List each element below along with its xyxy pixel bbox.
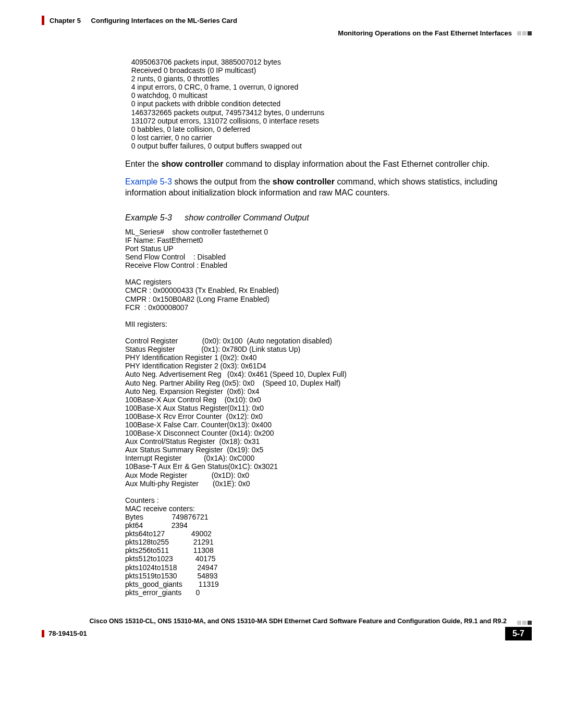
command-name: show controller xyxy=(273,177,335,186)
footer-squares-icon xyxy=(517,621,532,625)
paragraph-2: Example 5-3 shows the output from the sh… xyxy=(125,176,532,199)
chapter-title: Configuring Interfaces on the ML-Series … xyxy=(91,17,237,24)
header-squares-icon xyxy=(517,31,532,35)
footer-bottom: 78-19415-01 5-7 xyxy=(42,627,532,640)
page-footer: Cisco ONS 15310-CL, ONS 15310-MA, and ON… xyxy=(42,618,532,625)
page-header: Chapter 5 Configuring Interfaces on the … xyxy=(42,16,532,25)
header-left: Chapter 5 Configuring Interfaces on the … xyxy=(42,16,237,25)
text: command to display information about the… xyxy=(224,159,489,168)
header-right: Monitoring Operations on the Fast Ethern… xyxy=(42,29,532,37)
code-output-2: ML_Series# show controller fastethernet … xyxy=(125,228,532,597)
document-number: 78-19415-01 xyxy=(48,630,87,637)
example-link[interactable]: Example 5-3 xyxy=(125,177,172,186)
text: shows the output from the xyxy=(172,177,273,186)
example-title: show controller Command Output xyxy=(185,213,309,222)
text: Enter the xyxy=(125,159,161,168)
book-title: Cisco ONS 15310-CL, ONS 15310-MA, and ON… xyxy=(42,618,513,625)
section-title: Monitoring Operations on the Fast Ethern… xyxy=(338,29,512,37)
code-output-1: 4095063706 packets input, 3885007012 byt… xyxy=(125,58,532,150)
chapter-number: Chapter 5 xyxy=(50,17,81,24)
header-red-bar-icon xyxy=(42,16,44,25)
example-number: Example 5-3 xyxy=(125,213,172,222)
paragraph-1: Enter the show controller command to dis… xyxy=(125,158,532,170)
example-caption: Example 5-3 show controller Command Outp… xyxy=(125,213,532,223)
command-name: show controller xyxy=(161,159,223,168)
footer-red-bar-icon xyxy=(42,630,44,637)
page-number: 5-7 xyxy=(505,627,532,640)
